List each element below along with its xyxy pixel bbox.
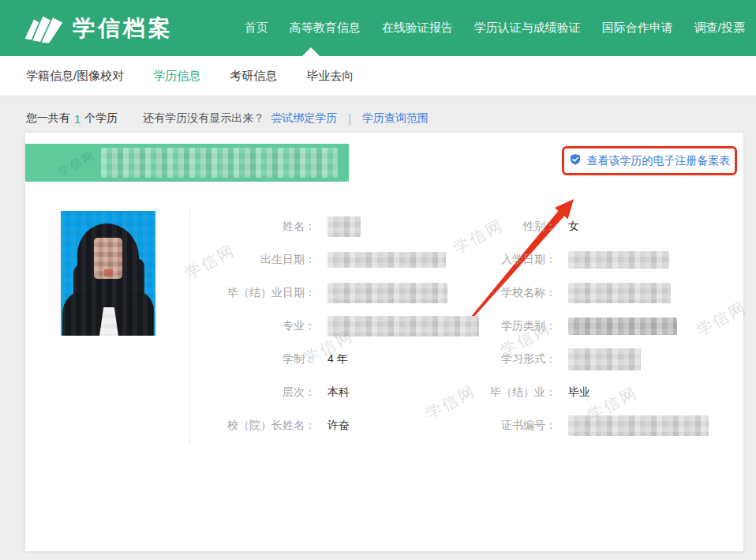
subnav-degree-info[interactable]: 学历信息 (153, 69, 200, 84)
field-label: 证书编号： (430, 419, 556, 433)
school-banner: 学信网 学信网 学信网 学信网 (25, 144, 349, 182)
fields-right-column: 性别： 女 入学日期： 学校名称： 学历类别： 学习形式： 毕（结）业： 毕业 … (430, 210, 746, 442)
field-label: 性别： (430, 220, 556, 234)
field-label: 学历类别： (430, 319, 556, 333)
stacked-pages-logo-icon (24, 11, 63, 46)
link-separator: | (348, 112, 351, 125)
field-label: 学制： (197, 352, 316, 366)
field-label: 学校名称： (430, 286, 556, 300)
nav-degree-authentication[interactable]: 学历认证与成绩验证 (474, 21, 581, 36)
active-tab-caret (302, 47, 320, 56)
nav-international-cooperation[interactable]: 国际合作申请 (602, 21, 673, 36)
subnav-graduation-destination[interactable]: 毕业去向 (306, 69, 354, 84)
view-registration-report-button[interactable]: 查看该学历的电子注册备案表 (562, 146, 737, 175)
field-label: 出生日期： (197, 253, 316, 267)
nav-survey-vote[interactable]: 调查/投票 (694, 21, 745, 36)
subnav-postgrad-info[interactable]: 考研信息 (230, 69, 277, 84)
summary-suffix: 个学历 (84, 111, 118, 126)
redacted-value (568, 415, 709, 436)
field-row-degree-category: 学历类别： (430, 310, 746, 343)
secondary-navigation: 学籍信息/图像校对 学历信息 考研信息 毕业去向 (0, 56, 756, 96)
missing-degree-question: 还有学历没有显示出来？ (143, 111, 264, 126)
field-row-enrollment-date: 入学日期： (430, 243, 746, 276)
field-value: 本科 (327, 385, 350, 400)
field-row-school-name: 学校名称： (430, 276, 746, 310)
degree-summary-line: 您一共有 1 个学历 还有学历没有显示出来？ 尝试绑定学历 | 学历查询范围 (26, 111, 429, 126)
field-value: 女 (568, 220, 579, 234)
field-label: 入学日期： (430, 253, 556, 267)
column-divider (189, 210, 190, 444)
field-label: 毕（结）业： (430, 385, 556, 400)
view-report-label: 查看该学历的电子注册备案表 (587, 154, 731, 168)
nav-higher-education[interactable]: 高等教育信息 (290, 21, 361, 36)
field-row-study-form: 学习形式： (430, 343, 746, 376)
field-label: 层次： (197, 385, 316, 400)
field-label: 专业： (197, 319, 316, 333)
redacted-value (568, 348, 641, 370)
photo-pixelation-overlay (61, 211, 155, 336)
nav-online-verification[interactable]: 在线验证报告 (382, 21, 453, 36)
subnav-enrollment-info[interactable]: 学籍信息/图像校对 (26, 69, 124, 84)
app-title: 学信档案 (73, 13, 174, 43)
field-value: 毕业 (568, 385, 590, 400)
watermark: 学信网 (56, 148, 99, 180)
summary-prefix: 您一共有 (26, 111, 70, 126)
field-label: 毕（结）业日期： (197, 286, 316, 300)
bind-degree-link[interactable]: 尝试绑定学历 (271, 111, 337, 126)
query-scope-link[interactable]: 学历查询范围 (362, 111, 429, 126)
degree-count: 1 (74, 112, 80, 126)
degree-card: 学信网 学信网 学信网 学信网 查看该学历的电子注册备案表 姓名： (25, 133, 743, 551)
redacted-school-title (101, 148, 338, 178)
field-label: 姓名： (197, 220, 316, 234)
redacted-value (568, 318, 677, 335)
field-row-certificate-number: 证书编号： (430, 409, 746, 442)
field-value: 4 年 (327, 352, 348, 366)
redacted-value (568, 251, 669, 269)
id-photo (61, 211, 155, 336)
redacted-value (568, 283, 671, 303)
logo[interactable]: 学信档案 (24, 0, 174, 56)
field-row-gender: 性别： 女 (430, 210, 746, 243)
redacted-value (327, 216, 361, 237)
app-header: 学信档案 首页 高等教育信息 在线验证报告 学历认证与成绩验证 国际合作申请 调… (0, 0, 756, 56)
nav-home[interactable]: 首页 (245, 21, 268, 36)
field-row-graduation-status: 毕（结）业： 毕业 (430, 376, 746, 409)
shield-check-icon (569, 153, 582, 168)
field-label: 校（院）长姓名： (197, 419, 316, 433)
field-label: 学习形式： (430, 352, 556, 366)
field-value: 许奋 (327, 419, 350, 433)
redacted-value (327, 252, 446, 268)
top-navigation: 首页 高等教育信息 在线验证报告 学历认证与成绩验证 国际合作申请 调查/投票 (223, 0, 745, 56)
